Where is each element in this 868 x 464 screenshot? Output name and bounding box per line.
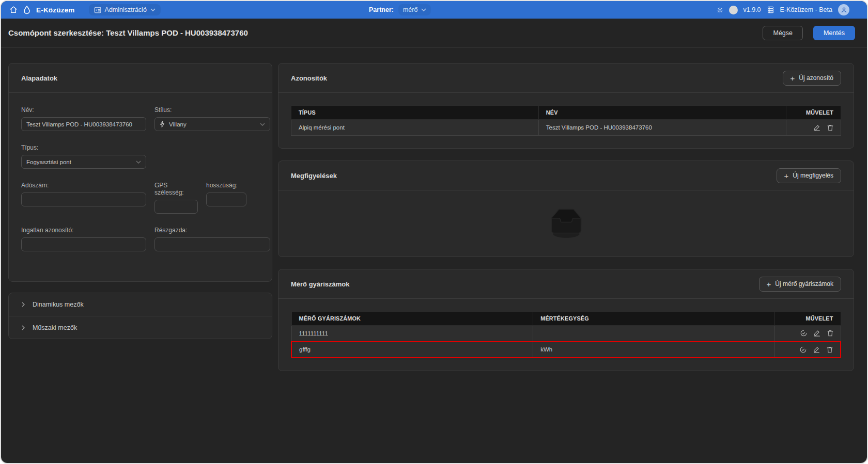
tax-number-label: Adószám: [21, 182, 146, 189]
partner-label: Partner: [369, 6, 394, 13]
gps-latitude-input[interactable] [154, 200, 198, 214]
meter-col-action: MŰVELET [774, 312, 841, 326]
add-observation-button[interactable]: + Új megfigyelés [777, 168, 841, 183]
environment-label: E-Közüzem - Beta [780, 6, 832, 13]
part-owner-label: Részgazda: [154, 227, 270, 234]
save-button[interactable]: Mentés [813, 26, 855, 40]
meter-serials-table: MÉRŐ GYÁRISZÁMOK MÉRTÉKEGYSÉG MŰVELET 11… [291, 311, 841, 358]
empty-box-icon [541, 207, 591, 239]
identifiers-col-action: MŰVELET [786, 106, 841, 120]
chevron-down-icon [260, 123, 265, 126]
add-meter-serial-label: Új mérő gyáriszámok [775, 280, 833, 287]
field-name: Név: [21, 106, 146, 131]
meter-row: gfffg kWh [291, 342, 841, 358]
lightning-bolt-icon [160, 121, 165, 127]
property-id-input[interactable] [21, 237, 146, 251]
chevron-right-icon [22, 325, 25, 330]
identifiers-col-type: TÍPUS [291, 106, 539, 120]
field-gps-latitude: GPS szélesség: [154, 182, 198, 214]
meter-row: 1111111111 [291, 326, 841, 342]
gps-longitude-input[interactable] [206, 193, 246, 206]
collapse-technical-fields-label: Műszaki mezők [33, 324, 77, 331]
name-input[interactable] [21, 117, 146, 131]
meter-col-serial: MÉRŐ GYÁRISZÁMOK [291, 312, 533, 326]
observations-title: Megfigyelések [291, 172, 337, 180]
part-owner-input[interactable] [154, 237, 270, 251]
identifier-name-cell: Teszt Villamps POD - HU003938473760 [538, 120, 786, 136]
chevron-down-icon [421, 8, 426, 11]
property-id-label: Ingatlan azonosító: [21, 227, 146, 234]
panel-basic-data: Alapadatok Név: Stílus: [8, 63, 272, 282]
page-header: Csomópont szerkesztése: Teszt Villamps P… [1, 19, 867, 47]
meter-serial-cell: gfffg [291, 342, 533, 358]
meter-serials-title: Mérő gyáriszámok [291, 280, 349, 288]
delete-icon[interactable] [827, 124, 833, 131]
field-tax-number: Adószám: [21, 182, 146, 214]
meter-unit-cell: kWh [533, 342, 775, 358]
theme-toggle[interactable] [729, 6, 738, 14]
delete-icon[interactable] [827, 330, 833, 337]
nav-administration-label: Adminisztráció [105, 6, 147, 13]
database-stack-icon [767, 6, 774, 13]
style-select[interactable]: Villany [154, 117, 270, 131]
plus-icon: + [767, 280, 771, 288]
home-icon[interactable] [9, 6, 18, 14]
user-avatar[interactable] [838, 4, 849, 15]
id-badge-icon [94, 7, 101, 13]
field-type: Típus: Fogyasztási pont [21, 144, 146, 169]
cancel-button[interactable]: Mégse [763, 26, 803, 40]
panel-identifiers: Azonosítók + Új azonosító TÍPUS NÉV [278, 63, 854, 149]
plus-icon: + [784, 172, 789, 180]
add-observation-label: Új megfigyelés [793, 172, 833, 179]
chevron-right-icon [22, 302, 25, 307]
chevron-down-icon [150, 8, 156, 11]
app-brand: E-Közüzem [36, 6, 75, 14]
panel-meter-serials: Mérő gyáriszámok + Új mérő gyáriszámok M… [278, 269, 854, 371]
meter-unit-cell [533, 326, 775, 342]
edit-icon[interactable] [814, 124, 820, 131]
water-drop-logo-icon [23, 6, 30, 14]
add-identifier-button[interactable]: + Új azonosító [783, 71, 841, 86]
plus-icon: + [791, 74, 795, 82]
identifiers-col-name: NÉV [538, 106, 786, 120]
type-value: Fogyasztási pont [26, 159, 71, 165]
collapse-technical-fields[interactable]: Műszaki mezők [9, 316, 272, 339]
tax-number-input[interactable] [21, 193, 146, 206]
add-identifier-label: Új azonosító [799, 74, 833, 82]
collapse-dynamic-fields-label: Dinamikus mezők [33, 301, 84, 308]
meter-readings-icon[interactable] [800, 346, 807, 353]
app-window: E-Közüzem Adminisztráció Partner: mérő v… [0, 0, 868, 464]
field-property-id: Ingatlan azonosító: [21, 227, 146, 251]
top-bar: E-Közüzem Adminisztráció Partner: mérő v… [1, 1, 867, 19]
field-gps-longitude: hosszúság: [206, 182, 246, 214]
field-style: Stílus: Villany [154, 106, 270, 131]
collapse-card: Dinamikus mezők Műszaki mezők [8, 293, 272, 339]
page-title: Csomópont szerkesztése: Teszt Villamps P… [8, 28, 248, 37]
collapse-dynamic-fields[interactable]: Dinamikus mezők [9, 293, 272, 316]
style-label: Stílus: [154, 106, 270, 114]
chevron-down-icon [136, 161, 141, 164]
identifiers-title: Azonosítók [291, 74, 327, 82]
type-select[interactable]: Fogyasztási pont [21, 155, 146, 169]
add-meter-serial-button[interactable]: + Új mérő gyáriszámok [759, 277, 841, 292]
sun-icon [717, 7, 723, 13]
type-label: Típus: [21, 144, 146, 151]
identifier-type-cell: Alpiq mérési pont [291, 120, 539, 136]
delete-icon[interactable] [827, 346, 833, 353]
field-part-owner: Részgazda: [154, 227, 270, 251]
nav-administration[interactable]: Adminisztráció [89, 4, 161, 15]
gps-latitude-label: GPS szélesség: [154, 182, 198, 196]
partner-value: mérő [403, 6, 417, 13]
basic-data-title: Alapadatok [21, 74, 57, 82]
person-icon [841, 7, 847, 13]
partner-select[interactable]: mérő [398, 4, 431, 15]
meter-col-unit: MÉRTÉKEGYSÉG [533, 312, 775, 326]
gps-longitude-label: hosszúság: [206, 182, 246, 189]
edit-icon[interactable] [813, 346, 820, 353]
name-label: Név: [21, 106, 146, 114]
edit-icon[interactable] [814, 330, 820, 337]
panel-observations: Megfigyelések + Új megfigyelés [278, 161, 854, 257]
style-value: Villany [169, 121, 187, 127]
meter-serial-cell: 1111111111 [291, 326, 533, 342]
meter-readings-icon[interactable] [800, 330, 807, 337]
